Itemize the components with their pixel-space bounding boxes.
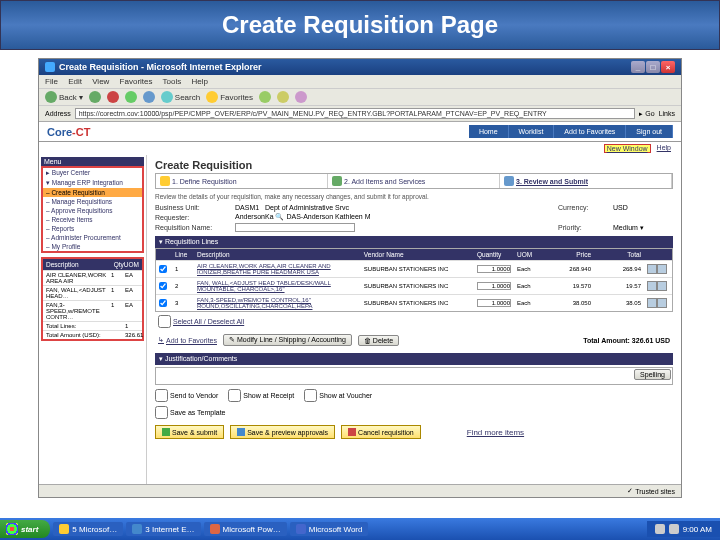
add-favorites-link[interactable]: ↳ Add to Favorites xyxy=(158,336,217,344)
detail-icon[interactable] xyxy=(657,264,667,274)
stop-icon[interactable] xyxy=(107,91,119,103)
ie-window: Create Requisition - Microsoft Internet … xyxy=(38,58,682,498)
task-item[interactable]: 5 Microsof… xyxy=(53,522,123,536)
mail-icon[interactable] xyxy=(277,91,289,103)
menu-favorites[interactable]: Favorites xyxy=(120,77,153,86)
system-tray: 9:00 AM xyxy=(647,521,720,537)
add-items-icon xyxy=(332,176,342,186)
cancel-req-button[interactable]: Cancel requisition xyxy=(341,425,421,439)
save-preview-button[interactable]: Save & preview approvals xyxy=(230,425,335,439)
task-item[interactable]: Microsoft Pow… xyxy=(204,522,287,536)
comment-icon[interactable] xyxy=(647,264,657,274)
spellcheck-button[interactable]: Spelling xyxy=(634,369,671,380)
go-button[interactable]: ▸ Go xyxy=(639,110,654,118)
menu-file[interactable]: File xyxy=(45,77,58,86)
nav-approve-requisitions[interactable]: – Approve Requisitions xyxy=(43,206,142,215)
history-icon[interactable] xyxy=(259,91,271,103)
save-template-check[interactable]: Save as Template xyxy=(155,406,226,419)
row-checkbox[interactable] xyxy=(159,265,167,273)
nav-buyer-center[interactable]: ▸ Buyer Center xyxy=(43,168,142,178)
url-input[interactable]: https://corectrn.cov:10000/psp/PEP/CMPP_… xyxy=(75,108,636,119)
bu-label: Business Unit: xyxy=(155,204,235,211)
row-checkbox[interactable] xyxy=(159,299,167,307)
row-desc-link[interactable]: FAN, WALL,<ADJUST HEAD TABLE/DESK/WALL M… xyxy=(194,278,361,294)
send-vendor-check[interactable]: Send to Vendor xyxy=(155,389,218,402)
requisition-summary: Description Qty UOM AIR CLEANER,WORK ARE… xyxy=(41,257,144,341)
home-icon[interactable] xyxy=(143,91,155,103)
ie-status-bar: ✓ Trusted sites xyxy=(39,484,681,497)
link-signout[interactable]: Sign out xyxy=(626,125,673,138)
app-icon xyxy=(210,524,220,534)
menu-edit[interactable]: Edit xyxy=(68,77,82,86)
favorites-button[interactable]: Favorites xyxy=(206,91,253,103)
rs-total-lines: Total Lines:1 xyxy=(43,321,142,330)
ie-menubar: File Edit View Favorites Tools Help xyxy=(39,75,681,89)
row-checkbox[interactable] xyxy=(159,282,167,290)
menu-view[interactable]: View xyxy=(92,77,109,86)
task-item[interactable]: Microsoft Word xyxy=(290,522,369,536)
nav-manage-requisitions[interactable]: – Manage Requisitions xyxy=(43,197,142,206)
total-amount: Total Amount: 326.61 USD xyxy=(583,337,670,344)
app-icon xyxy=(132,524,142,534)
menu-tools[interactable]: Tools xyxy=(163,77,182,86)
nav-erp-integration[interactable]: ▾ Manage ERP Integration xyxy=(43,178,142,188)
row-desc-link[interactable]: FAN,3-SPEED,w/REMOTE CONTROL,16" ROUND,O… xyxy=(194,295,361,311)
link-home[interactable]: Home xyxy=(469,125,509,138)
rs-total-amount: Total Amount (USD):326.61 xyxy=(43,330,142,339)
ie-icon xyxy=(45,62,55,72)
nav-reports[interactable]: – Reports xyxy=(43,224,142,233)
search-button[interactable]: Search xyxy=(161,91,200,103)
task-item[interactable]: 3 Internet E… xyxy=(126,522,200,536)
ie-toolbar: Back ▾ Search Favorites xyxy=(39,89,681,106)
qty-input[interactable] xyxy=(477,265,511,273)
links-button[interactable]: Links xyxy=(659,110,675,117)
menu-help[interactable]: Help xyxy=(192,77,208,86)
start-button[interactable]: start xyxy=(0,520,50,538)
forward-icon[interactable] xyxy=(89,91,101,103)
priority-select[interactable]: Medium ▾ xyxy=(613,224,673,232)
detail-icon[interactable] xyxy=(657,281,667,291)
justification-header: ▾ Justification/Comments xyxy=(155,353,673,365)
step-define[interactable]: 1. Define Requisition xyxy=(156,174,328,188)
step-add-items[interactable]: 2. Add Items and Services xyxy=(328,174,500,188)
link-new-window[interactable]: New Window xyxy=(604,144,651,153)
find-more-link[interactable]: Find more items xyxy=(467,428,524,437)
show-voucher-check[interactable]: Show at Voucher xyxy=(304,389,372,402)
tray-icon[interactable] xyxy=(669,524,679,534)
comment-icon[interactable] xyxy=(647,298,657,308)
modify-button[interactable]: ✎ Modify Line / Shipping / Accounting xyxy=(223,334,352,346)
clock: 9:00 AM xyxy=(683,525,712,534)
maximize-button[interactable]: □ xyxy=(646,61,660,73)
refresh-icon[interactable] xyxy=(125,91,137,103)
tray-icon[interactable] xyxy=(655,524,665,534)
link-add-favorites[interactable]: Add to Favorites xyxy=(554,125,626,138)
comment-icon[interactable] xyxy=(647,281,657,291)
print-icon[interactable] xyxy=(295,91,307,103)
comments-textarea[interactable]: Spelling xyxy=(155,367,673,385)
save-submit-button[interactable]: Save & submit xyxy=(155,425,224,439)
qty-input[interactable] xyxy=(477,282,511,290)
row-desc-link[interactable]: AIR CLEANER,WORK AREA,AIR CLEANER AND IO… xyxy=(194,261,361,277)
req-name-input[interactable] xyxy=(235,223,355,232)
detail-icon[interactable] xyxy=(657,298,667,308)
close-button[interactable]: × xyxy=(661,61,675,73)
link-worklist[interactable]: Worklist xyxy=(509,125,555,138)
grid-row: 1AIR CLEANER,WORK AREA,AIR CLEANER AND I… xyxy=(156,260,672,277)
window-title: Create Requisition - Microsoft Internet … xyxy=(59,62,262,72)
review-icon xyxy=(504,176,514,186)
minimize-button[interactable]: _ xyxy=(631,61,645,73)
star-icon xyxy=(206,91,218,103)
back-button[interactable]: Back ▾ xyxy=(45,91,83,103)
link-help[interactable]: Help xyxy=(657,144,671,153)
app-icon xyxy=(59,524,69,534)
step-review[interactable]: 3. Review and Submit xyxy=(500,174,672,188)
nav-receive-items[interactable]: – Receive Items xyxy=(43,215,142,224)
nav-admin-procurement[interactable]: – Administer Procurement xyxy=(43,233,142,242)
select-all-link[interactable]: Select All / Deselect All xyxy=(158,315,244,328)
nav-create-requisition[interactable]: – Create Requisition xyxy=(43,188,142,197)
delete-button[interactable]: 🗑 Delete xyxy=(358,335,399,346)
qty-input[interactable] xyxy=(477,299,511,307)
nav-my-profile[interactable]: – My Profile xyxy=(43,242,142,251)
show-receipt-check[interactable]: Show at Receipt xyxy=(228,389,294,402)
windows-logo-icon xyxy=(6,523,18,535)
